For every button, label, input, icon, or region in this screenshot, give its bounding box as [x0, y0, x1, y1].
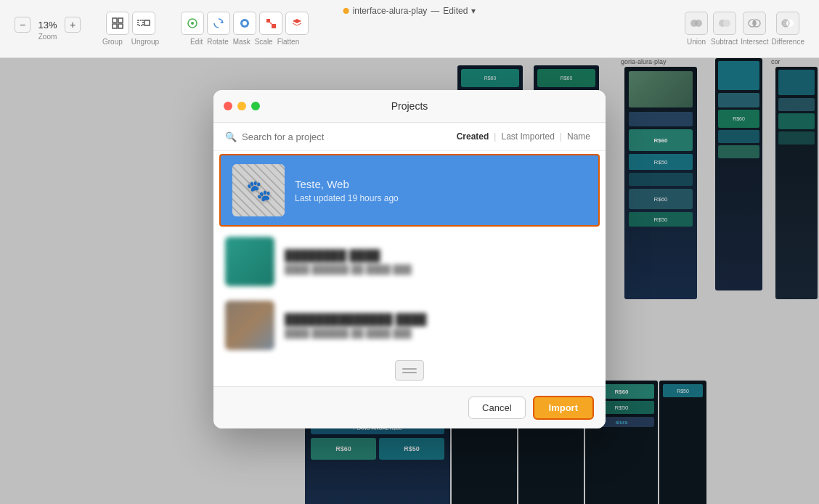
boolean-tools-group: Union Subtract Intersect Difference [685, 12, 804, 46]
modal-search-bar: 🔍 Created | Last Imported | Name [213, 123, 606, 151]
title-dot [343, 8, 349, 14]
project-updated-2: ████ ██████ ██ ████ ███ [285, 328, 594, 338]
group-ungroup-group: Group Ungroup [102, 12, 159, 46]
search-icon: 🔍 [225, 131, 237, 142]
scale-tool [259, 12, 282, 35]
main-content: R$60 R$50 R$60 R$50 [0, 58, 819, 504]
intersect-button[interactable] [743, 12, 766, 35]
modal-close-button[interactable] [224, 102, 232, 110]
union-label: Union [687, 38, 706, 46]
project-item-1[interactable]: ████████ ████ ████ ██████ ██ ████ ███ [213, 229, 606, 293]
zoom-value: 13% [35, 20, 60, 31]
svg-rect-5 [144, 20, 150, 25]
mask-button[interactable] [233, 12, 256, 35]
svg-line-13 [270, 23, 272, 24]
edit-button[interactable] [181, 12, 204, 35]
title-bar: interface-alura-play — Edited ▾ [343, 6, 476, 16]
sort-last-imported[interactable]: Last Imported [497, 130, 558, 143]
svg-point-21 [786, 20, 794, 27]
project-updated-selected: Last updated 19 hours ago [295, 193, 587, 203]
project-item-selected[interactable]: 🐾 Teste, Web Last updated 19 hours ago [219, 154, 600, 227]
mask-label: Mask [233, 38, 250, 46]
difference-tool: Difference [772, 12, 804, 46]
modal-minimize-button[interactable] [237, 102, 246, 110]
app-title-status: Edited [443, 6, 468, 16]
search-input-wrap: 🔍 [225, 131, 453, 142]
group-label: Group [102, 38, 123, 46]
svg-point-17 [723, 20, 730, 27]
modal-window-controls [224, 102, 260, 110]
svg-rect-3 [118, 24, 123, 28]
app-title: interface-alura-play [353, 6, 428, 16]
bottom-icon [395, 360, 424, 381]
svg-point-7 [191, 22, 194, 25]
project-name-1: ████████ ████ [285, 249, 594, 261]
edit-label: Edit [190, 38, 203, 46]
scroll-indicator-row [213, 354, 606, 386]
search-input[interactable] [242, 131, 453, 142]
ungroup-button[interactable] [132, 12, 155, 35]
modal-title: Projects [391, 100, 428, 112]
intersect-label: Intersect [741, 38, 768, 46]
svg-rect-1 [118, 18, 123, 23]
union-tool: Union [685, 12, 708, 46]
project-thumbnail-icon: 🐾 [246, 179, 272, 203]
svg-rect-11 [266, 19, 270, 23]
import-button[interactable]: Import [533, 396, 594, 420]
subtract-label: Subtract [711, 38, 738, 46]
modal-titlebar: Projects [213, 90, 606, 123]
svg-point-15 [695, 20, 702, 27]
union-button[interactable] [685, 12, 708, 35]
project-updated-1: ████ ██████ ██ ████ ███ [285, 264, 594, 275]
zoom-plus-button[interactable]: + [65, 17, 81, 33]
difference-label: Difference [772, 38, 804, 46]
toolbar: interface-alura-play — Edited ▾ − 13% + … [0, 0, 819, 58]
project-name-2: ██████████████ ████ [285, 313, 594, 325]
svg-rect-2 [113, 24, 117, 28]
path-tools-group: Edit Rotate Mask Scale Flatten [181, 12, 309, 46]
ungroup-label: Ungroup [131, 38, 159, 46]
project-item-2[interactable]: ██████████████ ████ ████ ██████ ██ ████ … [213, 293, 606, 354]
project-info-selected: Teste, Web Last updated 19 hours ago [295, 178, 587, 203]
project-thumbnail-1 [225, 237, 274, 286]
rotate-tool [207, 12, 230, 35]
project-info-1: ████████ ████ ████ ██████ ██ ████ ███ [285, 249, 594, 275]
cancel-button[interactable]: Cancel [468, 397, 525, 419]
project-name-selected: Teste, Web [295, 178, 587, 190]
modal-maximize-button[interactable] [251, 102, 260, 110]
modal-overlay: Projects 🔍 Created | Last Imported | Nam… [0, 58, 819, 504]
modal-footer: Cancel Import [213, 386, 606, 428]
scale-button[interactable] [259, 12, 282, 35]
canvas-area: R$60 R$50 R$60 R$50 [0, 58, 819, 504]
subtract-button[interactable] [713, 12, 736, 35]
title-separator: — [431, 6, 439, 16]
zoom-label: Zoom [38, 33, 57, 41]
sort-created[interactable]: Created [453, 130, 493, 143]
subtract-tool: Subtract [711, 12, 738, 46]
project-info-2: ██████████████ ████ ████ ██████ ██ ████ … [285, 313, 594, 338]
intersect-tool: Intersect [741, 12, 768, 46]
flatten-tool [285, 12, 309, 35]
rotate-label: Rotate [207, 38, 228, 46]
svg-rect-0 [113, 18, 117, 23]
edit-tool [181, 12, 204, 35]
projects-modal: Projects 🔍 Created | Last Imported | Nam… [213, 90, 606, 428]
sort-options: Created | Last Imported | Name [453, 130, 594, 143]
mask-tool [233, 12, 256, 35]
title-caret: ▾ [471, 6, 476, 16]
sort-name[interactable]: Name [563, 130, 594, 143]
project-thumbnail-2 [225, 301, 274, 350]
flatten-button[interactable] [285, 12, 309, 35]
svg-rect-4 [138, 20, 143, 25]
difference-button[interactable] [776, 12, 799, 35]
rotate-button[interactable] [207, 12, 230, 35]
zoom-minus-button[interactable]: − [15, 17, 30, 33]
project-list: 🐾 Teste, Web Last updated 19 hours ago [213, 151, 606, 354]
svg-point-10 [243, 21, 247, 25]
zoom-group: − 13% + Zoom [15, 17, 81, 41]
svg-rect-12 [272, 24, 276, 28]
scale-label: Scale [255, 38, 273, 46]
project-thumbnail-selected: 🐾 [232, 164, 285, 216]
group-button[interactable] [106, 12, 129, 35]
flatten-label: Flatten [277, 38, 300, 46]
